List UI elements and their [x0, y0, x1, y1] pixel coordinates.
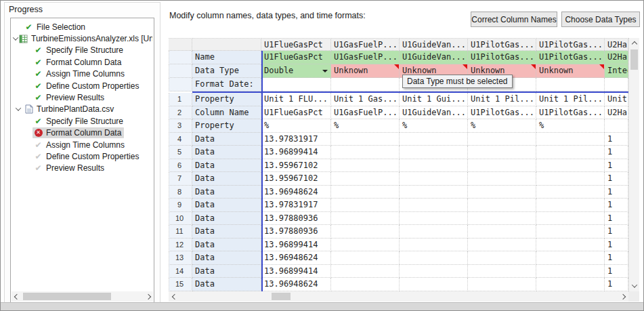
data-cell — [536, 146, 605, 159]
horizontal-scrollbar-thumb[interactable] — [272, 293, 291, 300]
column-header[interactable]: U1PilotGas... — [536, 38, 605, 51]
tree-item-content[interactable]: ✔File Selection — [23, 22, 88, 33]
tree-item-preview-results[interactable]: ✔Preview Results — [12, 91, 152, 103]
scroll-left-icon[interactable] — [169, 291, 179, 302]
scroll-up-icon[interactable] — [629, 39, 639, 49]
tree-item-content[interactable]: TurbineEmissionsAnalyzer.xls [Uni — [18, 33, 152, 44]
tree-item-preview-results[interactable]: ✔Preview Results — [12, 163, 152, 174]
column-header[interactable]: U1GasFuelP... — [331, 38, 400, 51]
row-label: Data — [192, 239, 261, 252]
tree-item-content[interactable]: ✔Assign Time Columns — [33, 140, 127, 150]
data-type-cell[interactable]: Unknown — [331, 64, 400, 78]
format-date-cell[interactable] — [536, 78, 605, 91]
tree-item-content[interactable]: ✔Format Column Data — [33, 57, 124, 68]
tree-item-content[interactable]: TurbinePlantData.csv — [23, 104, 116, 115]
scroll-down-icon[interactable] — [629, 281, 639, 291]
data-cell: U1PilotGas... — [536, 106, 605, 120]
dropdown-arrow-icon[interactable] — [322, 70, 328, 72]
grid-corner-cell — [169, 38, 192, 51]
choose-data-types-button[interactable]: Choose Data Types — [561, 12, 640, 27]
data-type-cell[interactable]: Integer — [605, 64, 628, 78]
data-cell: Unit 1 Gas... — [331, 93, 400, 106]
tree-item-format-column-data[interactable]: ✔Format Column Data — [12, 56, 152, 68]
column-header[interactable]: U1PilotGas... — [468, 38, 536, 51]
tree-item-content[interactable]: ✔Preview Results — [33, 163, 107, 173]
column-name-cell[interactable]: U1GasFuelP... — [331, 51, 400, 64]
check-icon: ✔ — [33, 81, 43, 91]
column-header[interactable]: U2Har — [605, 38, 628, 51]
scroll-right-icon[interactable] — [618, 291, 628, 302]
data-cell: 1 — [605, 239, 628, 252]
data-cell — [536, 265, 605, 278]
data-cell: 13.97880936 — [261, 225, 331, 239]
data-cell: % — [261, 119, 331, 133]
tree-item-content[interactable]: ✔Specify File Structure — [33, 45, 126, 56]
row-label: Data — [192, 133, 261, 146]
row-label: Property — [192, 119, 261, 133]
tree-item-content[interactable]: ✔Preview Results — [33, 92, 107, 103]
tree-item-file-selection[interactable]: ✔File Selection — [12, 21, 152, 33]
tree-item-content[interactable]: ✔Define Custom Properties — [33, 81, 142, 91]
grid-horizontal-scrollbar[interactable] — [169, 291, 628, 302]
tree-item-specify-file-structure[interactable]: ✔Specify File Structure — [12, 45, 152, 56]
column-name-cell[interactable]: U1PilotGas... — [468, 51, 536, 64]
data-cell — [331, 172, 400, 186]
data-type-cell[interactable]: Double — [261, 64, 331, 78]
data-cell — [400, 251, 468, 265]
data-type-cell[interactable]: Unknown — [536, 64, 605, 78]
data-cell — [331, 225, 400, 239]
tree-item-content[interactable]: ✔Define Custom Properties — [33, 151, 142, 162]
tree-item-label: Specify File Structure — [46, 45, 123, 55]
tree-item-specify-file-structure[interactable]: ✔Specify File Structure — [12, 115, 152, 127]
data-cell — [468, 212, 536, 226]
data-cell — [400, 265, 468, 278]
data-cell — [536, 186, 605, 199]
column-header[interactable]: U1FlueGasPct — [261, 38, 331, 51]
column-name-cell[interactable]: U1FlueGasPct — [261, 51, 331, 64]
data-cell: 1 — [605, 199, 628, 212]
grid-vertical-scrollbar[interactable] — [628, 38, 639, 291]
scroll-left-icon[interactable] — [12, 291, 22, 302]
tree-item-format-column-data[interactable]: ✕Format Column Data — [12, 127, 152, 139]
tree-scrollbar-thumb[interactable] — [23, 293, 111, 300]
data-cell: % — [331, 119, 400, 133]
table-row: 11Data13.978809361 — [169, 225, 628, 239]
data-cell: % — [400, 119, 468, 133]
correct-column-names-button[interactable]: Correct Column Names — [471, 12, 557, 27]
scroll-right-icon[interactable] — [143, 291, 153, 302]
data-cell: Unit 1 Pil... — [468, 93, 536, 106]
data-cell — [536, 239, 605, 252]
tree-item-turbineplantdata-csv[interactable]: TurbinePlantData.csv — [12, 104, 152, 115]
column-name-cell[interactable]: U1GuideVan... — [400, 51, 468, 64]
tree-item-content[interactable]: ✕Format Column Data — [33, 127, 124, 138]
row-number: 10 — [169, 212, 192, 226]
vertical-scrollbar-thumb[interactable] — [630, 49, 638, 70]
column-name-cell[interactable]: U1PilotGas... — [536, 51, 605, 64]
data-cell: % — [468, 119, 536, 133]
tree-item-define-custom-properties[interactable]: ✔Define Custom Properties — [12, 80, 152, 91]
data-cell: U1GuideVan... — [400, 106, 468, 120]
data-cell — [331, 146, 400, 159]
data-type-tooltip: Data Type must be selected — [402, 75, 513, 88]
tree-item-content[interactable]: ✔Specify File Structure — [33, 116, 126, 127]
tree-horizontal-scrollbar[interactable] — [12, 291, 153, 302]
tree-item-content[interactable]: ✔Assign Time Columns — [33, 68, 127, 79]
error-icon: ✕ — [33, 128, 43, 138]
chevron-down-icon[interactable] — [14, 107, 23, 111]
column-header[interactable]: U1GuideVan... — [400, 38, 468, 51]
tree-item-turbineemissionsanalyzer-xls-uni[interactable]: TurbineEmissionsAnalyzer.xls [Uni — [12, 33, 152, 44]
check-icon: ✔ — [24, 22, 34, 32]
error-corner-flag-icon — [463, 64, 467, 69]
tree-item-define-custom-properties[interactable]: ✔Define Custom Properties — [12, 150, 152, 162]
column-name-cell[interactable]: U2Har — [605, 51, 628, 64]
format-date-cell[interactable] — [331, 78, 400, 91]
format-date-cell[interactable] — [605, 78, 628, 91]
data-cell — [400, 186, 468, 199]
tree-item-assign-time-columns[interactable]: ✔Assign Time Columns — [12, 139, 152, 150]
table-row: 5Data13.968994141 — [169, 146, 628, 159]
format-date-cell[interactable] — [261, 78, 331, 91]
data-cell: 13.97831917 — [261, 199, 331, 212]
tree-item-label: Format Column Data — [46, 58, 121, 67]
tree-item-assign-time-columns[interactable]: ✔Assign Time Columns — [12, 68, 152, 80]
data-cell: Unit 1 Gui... — [400, 93, 468, 106]
